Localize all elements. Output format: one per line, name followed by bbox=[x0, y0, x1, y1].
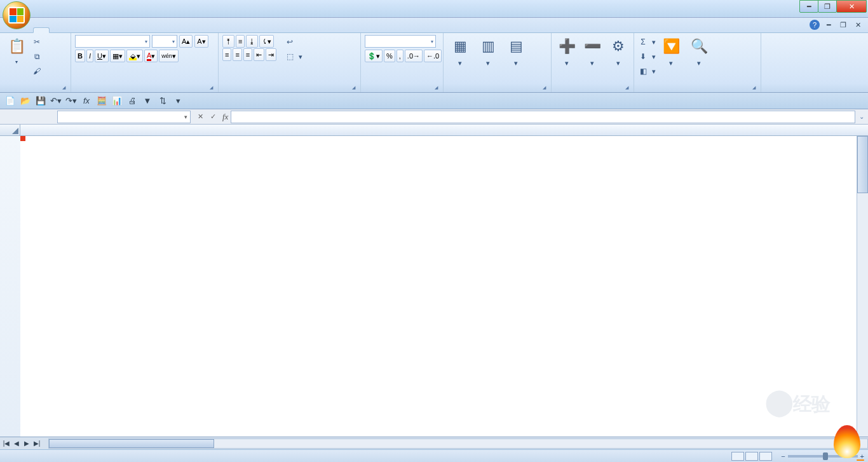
view-layout-icon[interactable] bbox=[745, 452, 758, 461]
tab-insert[interactable] bbox=[50, 28, 65, 32]
align-left-button[interactable]: ≡ bbox=[222, 48, 231, 61]
fx-icon[interactable]: fx bbox=[222, 112, 228, 122]
tab-load[interactable] bbox=[141, 28, 156, 32]
font-color-button[interactable]: A▾ bbox=[144, 50, 158, 62]
fill-button[interactable]: ⬇ ▾ bbox=[638, 50, 656, 64]
merge-center-button[interactable]: ⬚ ▾ bbox=[285, 50, 302, 64]
wrap-icon: ↩ bbox=[285, 37, 295, 47]
qat-fx-icon[interactable]: fx bbox=[80, 95, 93, 107]
title-cell-a1[interactable] bbox=[20, 136, 25, 141]
qat-filter-icon[interactable]: ▼ bbox=[141, 95, 154, 107]
tab-review[interactable] bbox=[111, 28, 126, 32]
orientation-button[interactable]: ⤹▾ bbox=[259, 35, 274, 48]
align-right-button[interactable]: ≡ bbox=[243, 48, 252, 61]
horizontal-scrollbar[interactable] bbox=[48, 438, 868, 449]
tab-home[interactable] bbox=[33, 27, 50, 33]
sheet-nav-next-icon[interactable]: ▶ bbox=[22, 440, 32, 447]
tab-view[interactable] bbox=[126, 28, 141, 32]
qat-print-icon[interactable]: 🖨 bbox=[126, 95, 139, 107]
name-box[interactable] bbox=[57, 111, 191, 123]
grow-font-button[interactable]: A▴ bbox=[179, 35, 193, 48]
qat-save-icon[interactable]: 💾 bbox=[34, 95, 47, 107]
align-bottom-button[interactable]: ⭳ bbox=[246, 35, 258, 48]
shrink-font-button[interactable]: A▾ bbox=[194, 35, 208, 48]
bold-button[interactable]: B bbox=[75, 50, 85, 62]
sheet-nav-first-icon[interactable]: |◀ bbox=[1, 440, 11, 447]
group-font-label bbox=[75, 89, 214, 92]
maximize-button[interactable]: ❐ bbox=[818, 0, 837, 13]
minimize-button[interactable]: ━ bbox=[799, 0, 818, 13]
number-format-combo[interactable] bbox=[365, 35, 436, 48]
formula-input[interactable] bbox=[231, 111, 855, 123]
vertical-scroll-thumb[interactable] bbox=[857, 136, 868, 193]
cell-styles-button[interactable]: ▤▾ bbox=[503, 35, 529, 69]
align-top-button[interactable]: ⭱ bbox=[222, 35, 234, 48]
font-size-combo[interactable] bbox=[152, 35, 177, 48]
format-as-table-button[interactable]: ▥▾ bbox=[475, 35, 501, 69]
view-pagebreak-icon[interactable] bbox=[759, 452, 772, 461]
paste-button[interactable]: 📋▾ bbox=[4, 35, 29, 66]
qat-new-icon[interactable]: 📄 bbox=[4, 95, 17, 107]
qat-redo-icon[interactable]: ↷▾ bbox=[65, 95, 78, 107]
group-clipboard-label bbox=[4, 89, 67, 92]
zoom-out-button[interactable]: − bbox=[781, 452, 785, 460]
doc-restore-icon[interactable]: ❐ bbox=[838, 21, 848, 29]
expand-formula-bar-icon[interactable]: ⌄ bbox=[855, 113, 868, 120]
qat-open-icon[interactable]: 📂 bbox=[19, 95, 32, 107]
qat-chart-icon[interactable]: 📊 bbox=[111, 95, 123, 107]
format-painter-button[interactable]: 🖌 bbox=[32, 64, 44, 78]
comma-button[interactable]: , bbox=[397, 50, 403, 62]
horizontal-scroll-thumb[interactable] bbox=[49, 439, 214, 448]
italic-button[interactable]: I bbox=[86, 50, 93, 62]
find-select-button[interactable]: 🔍▾ bbox=[686, 35, 712, 69]
cancel-formula-icon[interactable]: ✕ bbox=[194, 111, 206, 123]
select-all-button[interactable] bbox=[0, 125, 20, 135]
underline-button[interactable]: U ▾ bbox=[95, 50, 109, 62]
cut-button[interactable]: ✂ bbox=[32, 35, 44, 49]
currency-button[interactable]: 💲▾ bbox=[365, 50, 383, 62]
vertical-scrollbar[interactable] bbox=[857, 136, 868, 437]
qat-undo-icon[interactable]: ↶▾ bbox=[50, 95, 62, 107]
sheet-nav-last-icon[interactable]: ▶| bbox=[32, 440, 42, 447]
delete-cells-button[interactable]: ➖▾ bbox=[581, 35, 604, 69]
table-style-icon: ▥ bbox=[478, 36, 498, 57]
phonetic-button[interactable]: wén▾ bbox=[159, 50, 179, 62]
increase-decimal-button[interactable]: .0→ bbox=[405, 50, 423, 62]
indent-decrease-button[interactable]: ⇤ bbox=[254, 48, 264, 61]
qat-more-icon[interactable]: ▾ bbox=[172, 95, 184, 107]
sheet-nav-prev-icon[interactable]: ◀ bbox=[11, 440, 22, 447]
tab-formula[interactable] bbox=[80, 28, 95, 32]
eraser-icon: ◧ bbox=[638, 66, 648, 76]
sort-filter-button[interactable]: 🔽▾ bbox=[658, 35, 684, 69]
insert-cells-button[interactable]: ➕▾ bbox=[555, 35, 578, 69]
indent-increase-button[interactable]: ⇥ bbox=[266, 48, 276, 61]
decrease-decimal-button[interactable]: ←.0 bbox=[424, 50, 442, 62]
office-button[interactable] bbox=[3, 1, 31, 29]
doc-minimize-icon[interactable]: ━ bbox=[825, 21, 833, 29]
site-logo bbox=[834, 425, 864, 458]
qat-calc-icon[interactable]: 🧮 bbox=[95, 95, 108, 107]
help-icon[interactable]: ? bbox=[810, 20, 820, 30]
tab-data[interactable] bbox=[95, 28, 111, 32]
border-button[interactable]: ▦▾ bbox=[110, 50, 125, 62]
percent-button[interactable]: % bbox=[384, 50, 395, 62]
worksheet-grid[interactable] bbox=[0, 125, 868, 437]
qat-sort-icon[interactable]: ⇅ bbox=[156, 95, 169, 107]
format-cells-button[interactable]: ⚙▾ bbox=[607, 35, 630, 69]
align-middle-button[interactable]: ≡ bbox=[236, 35, 245, 48]
paste-icon: 📋 bbox=[6, 36, 27, 57]
fill-color-button[interactable]: ⬙▾ bbox=[126, 50, 143, 62]
doc-close-icon[interactable]: ✕ bbox=[853, 21, 863, 29]
font-name-combo[interactable] bbox=[75, 35, 150, 48]
close-button[interactable]: ✕ bbox=[836, 0, 867, 13]
wrap-text-button[interactable]: ↩ bbox=[285, 35, 302, 49]
conditional-format-button[interactable]: ▦▾ bbox=[447, 35, 473, 69]
enter-formula-icon[interactable]: ✓ bbox=[207, 111, 219, 123]
view-normal-icon[interactable] bbox=[731, 452, 744, 461]
copy-button[interactable]: ⧉ bbox=[32, 50, 44, 64]
clear-button[interactable]: ◧ ▾ bbox=[638, 64, 656, 78]
tab-team[interactable] bbox=[156, 28, 172, 32]
tab-layout[interactable] bbox=[65, 28, 80, 32]
autosum-button[interactable]: Σ ▾ bbox=[638, 35, 656, 49]
align-center-button[interactable]: ≡ bbox=[233, 48, 241, 61]
